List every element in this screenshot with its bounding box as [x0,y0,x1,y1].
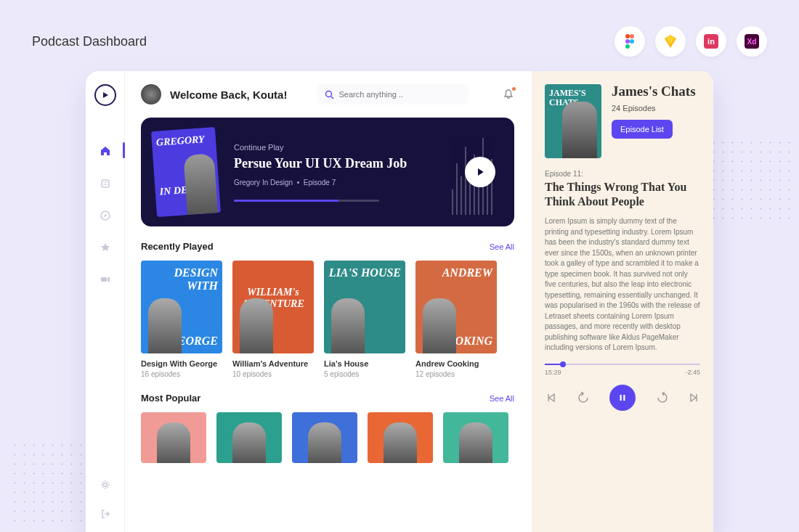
podcast-title: Design With George [141,359,222,368]
invision-icon[interactable]: in [696,26,726,57]
hero-cover-text-1: GREGORY [156,134,206,149]
nav-library[interactable] [100,179,110,189]
svg-point-4 [625,44,630,49]
most-popular-heading: Most Popular [141,393,200,404]
svg-rect-26 [620,395,622,401]
podcast-episode-count: 10 episodes [232,370,314,378]
cover-text: DESIGN WITH [141,266,218,292]
popular-cover[interactable] [368,412,433,463]
tool-icon-row: in Xd [615,26,767,57]
popular-cover[interactable] [141,412,206,463]
player-time-elapsed: 15:29 [545,369,561,376]
nav-logout[interactable] [100,509,110,519]
svg-text:Xd: Xd [747,38,757,46]
podcast-card[interactable]: WILLIAM's ADVENTUREWilliam's Adventure10… [232,261,314,378]
page-title: Podcast Dashboard [32,34,147,49]
svg-marker-19 [108,277,110,282]
podcast-card[interactable]: DESIGN WITHGEORGEDesign With George16 ep… [141,261,222,378]
search-input[interactable] [338,90,461,99]
forward-icon [656,391,669,404]
search-box[interactable] [317,84,469,105]
player-pause-button[interactable] [609,385,636,411]
svg-marker-6 [666,35,675,45]
content-header: Welcome Back, Kouta! [141,84,514,105]
recently-played-list: DESIGN WITHGEORGEDesign With George16 ep… [141,261,514,378]
popular-cover[interactable] [292,412,357,463]
svg-point-3 [630,39,634,44]
cover-person [148,298,182,353]
decorative-dots [709,138,796,225]
podcast-title: William's Adventure [232,359,314,368]
nav-settings[interactable] [100,480,110,490]
cover-person [232,422,266,463]
recently-played-see-all[interactable]: See All [490,242,514,251]
nav-home[interactable] [100,145,111,157]
cover-person [331,298,365,353]
player-rewind-button[interactable] [577,391,590,404]
recently-played-heading: Recently Played [141,241,214,252]
cover-person [384,422,417,463]
xd-icon[interactable]: Xd [737,26,767,57]
hero-meta: Gregory In Design • Episode 7 [234,179,465,187]
svg-line-22 [331,97,333,99]
podcast-episode-count: 5 episodes [324,370,405,378]
podcast-card[interactable]: LIA'S HOUSELia's House5 episodes [324,261,405,378]
player-prev-button[interactable] [546,393,556,403]
decorative-dots [10,441,97,528]
hero-progress[interactable] [234,200,379,202]
cover-person [459,422,492,463]
notifications-button[interactable] [503,89,514,100]
svg-marker-11 [103,92,108,98]
cover-person [308,422,341,463]
most-popular-see-all[interactable]: See All [490,394,514,403]
hero-cover-person [183,153,218,215]
svg-point-0 [625,34,630,38]
svg-point-20 [103,483,107,487]
cover-text: LIA'S HOUSE [329,266,401,279]
svg-rect-18 [101,277,107,282]
popular-cover[interactable] [216,412,282,463]
podcast-episode-count: 16 episodes [141,370,222,378]
sketch-icon[interactable] [655,26,686,57]
cover-person [240,298,273,353]
nav-explore[interactable] [100,210,110,221]
podcast-episode-count: 12 episodes [415,370,497,378]
detail-cover-art: JAMES'S CHATS [545,84,601,158]
svg-rect-27 [623,395,625,401]
most-popular-list [141,412,514,463]
player-next-button[interactable] [689,393,699,403]
podcast-card[interactable]: ANDREWCOOKINGAndrew Cooking12 episodes [415,261,497,378]
popular-cover[interactable] [443,412,508,463]
episode-list-button[interactable]: Episode List [612,120,673,139]
cover-text: ANDREW [442,266,492,279]
dashboard: Welcome Back, Kouta! GREGORY IN DESIGN [86,71,713,532]
pause-icon [617,393,628,403]
svg-point-21 [326,91,332,97]
search-icon [325,90,334,99]
podcast-cover-art: ANDREWCOOKING [415,261,497,353]
figma-icon[interactable] [615,26,645,57]
svg-text:in: in [707,37,715,46]
player-forward-button[interactable] [656,391,669,404]
nav-video[interactable] [100,274,110,285]
player-progress[interactable] [545,364,700,365]
hero-cover-art: GREGORY IN DESIGN [151,127,221,217]
podcast-cover-art: WILLIAM's ADVENTURE [232,261,314,353]
cover-person [157,422,190,463]
hero-subtitle: Continue Play [234,143,465,152]
detail-episode-title: The Things Wrong That You Think About Pe… [545,180,700,209]
podcast-cover-art: DESIGN WITHGEORGE [141,261,222,353]
nav-favorites[interactable] [100,242,110,253]
svg-point-2 [625,39,630,44]
main-content: Welcome Back, Kouta! GREGORY IN DESIGN [125,71,532,532]
hero-title: Persue Your UI UX Dream Job [234,156,465,171]
continue-play-card[interactable]: GREGORY IN DESIGN Continue Play Persue Y… [141,118,514,226]
app-logo[interactable] [94,84,116,106]
detail-description: Lorem Ipsum is simply dummy text of the … [545,216,700,353]
podcast-title: Lia's House [324,359,405,368]
sidebar [86,71,125,532]
detail-panel: JAMES'S CHATS James's Chats 24 Episodes … [532,71,713,532]
cover-person [423,298,456,353]
user-avatar[interactable] [141,84,161,105]
waveform-decoration [452,129,503,215]
